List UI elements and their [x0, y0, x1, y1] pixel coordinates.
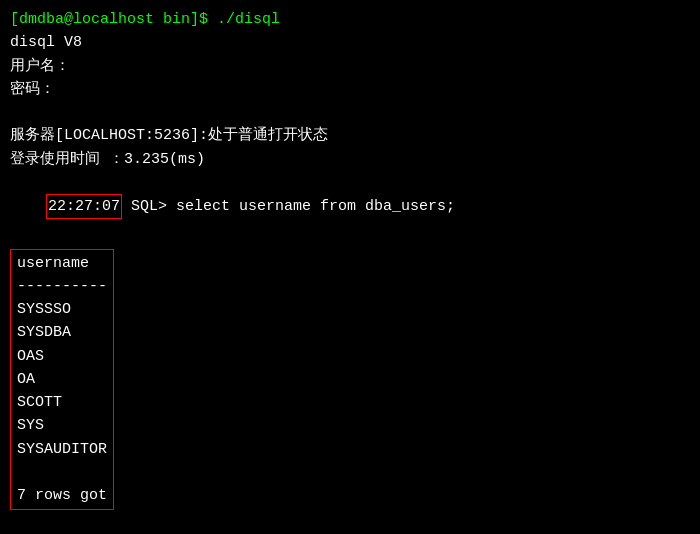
- blank-line-1: [10, 101, 690, 124]
- result-row-oa: OA: [17, 368, 107, 391]
- timestamp-badge: 22:27:07: [46, 194, 122, 219]
- sql-query-text: SQL> select username from dba_users;: [122, 198, 455, 215]
- result-summary: 7 rows got: [17, 484, 107, 507]
- terminal-window: [dmdba@localhost bin]$ ./disql disql V8 …: [0, 0, 700, 534]
- server-status-line: 服务器[LOCALHOST:5236]:处于普通打开状态: [10, 124, 690, 147]
- username-prompt-line: 用户名：: [10, 55, 690, 78]
- blank-line-2: [10, 516, 690, 534]
- result-row-sysdba: SYSDBA: [17, 321, 107, 344]
- result-row-scott: SCOTT: [17, 391, 107, 414]
- password-prompt-line: 密码：: [10, 78, 690, 101]
- result-header: username: [17, 252, 107, 275]
- result-row-sysauditor: SYSAUDITOR: [17, 438, 107, 461]
- result-row-oas: OAS: [17, 345, 107, 368]
- login-time-line: 登录使用时间 ：3.235(ms): [10, 148, 690, 171]
- result-blank: [17, 461, 107, 484]
- result-row-syssso: SYSSSO: [17, 298, 107, 321]
- result-separator: ----------: [17, 275, 107, 298]
- query-result-box: username ---------- SYSSSO SYSDBA OAS OA…: [10, 249, 114, 511]
- query-line: 22:27:07 SQL> select username from dba_u…: [10, 171, 690, 243]
- version-line: disql V8: [10, 31, 690, 54]
- result-row-sys: SYS: [17, 414, 107, 437]
- initial-prompt-line: [dmdba@localhost bin]$ ./disql: [10, 8, 690, 31]
